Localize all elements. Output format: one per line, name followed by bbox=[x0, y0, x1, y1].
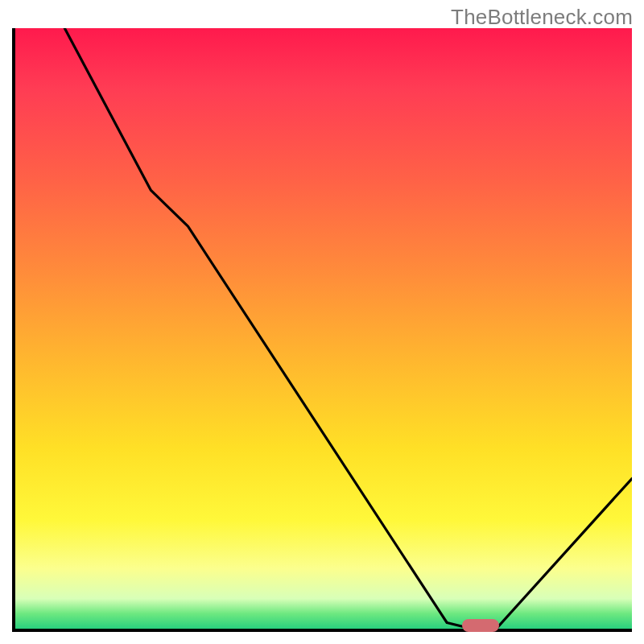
chart-container: TheBottleneck.com bbox=[0, 0, 644, 644]
optimal-marker bbox=[462, 619, 499, 632]
bottleneck-curve-path bbox=[64, 28, 632, 629]
watermark-text: TheBottleneck.com bbox=[451, 5, 633, 30]
curve-svg bbox=[15, 28, 632, 629]
plot-area bbox=[12, 28, 632, 632]
